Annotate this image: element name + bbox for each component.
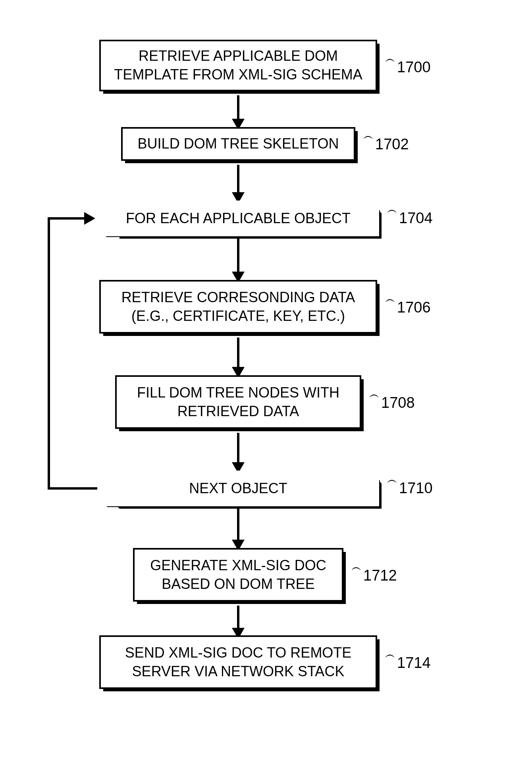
node-1704: FOR EACH APPLICABLE OBJECT (97, 201, 379, 236)
node-1700: RETRIEVE APPLICABLE DOM TEMPLATE FROM XM… (99, 40, 377, 91)
node-1714-label: 1714 (397, 654, 431, 671)
label-curve: ⌒ (369, 391, 379, 415)
label-curve: ⌒ (385, 651, 395, 675)
label-curve: ⌒ (363, 133, 373, 156)
loopback-line-h1 (48, 487, 97, 490)
node-1710-label: 1710 (399, 480, 433, 497)
arrow (237, 95, 239, 119)
loopback-line-v (48, 217, 50, 490)
node-1708-label: 1708 (381, 394, 415, 411)
label-curve: ⌒ (385, 296, 395, 319)
node-1704-text: FOR EACH APPLICABLE OBJECT (126, 209, 351, 228)
node-1702-label: 1702 (375, 136, 409, 153)
label-curve: ⌒ (385, 56, 395, 79)
node-1700-label: 1700 (397, 59, 431, 76)
node-1708: FILL DOM TREE NODES WITH RETRIEVED DATA (115, 375, 361, 429)
flowchart: RETRIEVE APPLICABLE DOM TEMPLATE FROM XM… (0, 0, 532, 764)
label-curve: ⌒ (387, 477, 397, 500)
loopback-line-h2 (48, 217, 85, 220)
node-1706-label: 1706 (397, 299, 431, 316)
node-1710: NEXT OBJECT (97, 471, 379, 506)
label-curve: ⌒ (351, 564, 361, 587)
arrow (237, 338, 239, 367)
node-1710-text: NEXT OBJECT (189, 479, 287, 498)
node-1706: RETRIEVE CORRESONDING DATA (E.G., CERTIF… (99, 280, 377, 334)
node-1712: GENERATE XML-SIG DOC BASED ON DOM TREE (133, 548, 343, 602)
node-1714: SEND XML-SIG DOC TO REMOTE SERVER VIA NE… (99, 635, 377, 689)
node-1700-text: RETRIEVE APPLICABLE DOM TEMPLATE FROM XM… (110, 47, 366, 84)
node-1714-text: SEND XML-SIG DOC TO REMOTE SERVER VIA NE… (110, 644, 366, 681)
node-1702-text: BUILD DOM TREE SKELETON (138, 135, 339, 153)
node-1712-text: GENERATE XML-SIG DOC BASED ON DOM TREE (144, 556, 332, 594)
arrow (237, 508, 239, 540)
arrow (237, 606, 239, 628)
loopback-arrow-head (87, 214, 95, 223)
node-1712-label: 1712 (363, 567, 397, 584)
node-1708-text: FILL DOM TREE NODES WITH RETRIEVED DATA (126, 384, 350, 421)
arrow (237, 165, 239, 193)
node-1702: BUILD DOM TREE SKELETON (121, 127, 355, 161)
arrow (237, 433, 239, 463)
label-curve: ⌒ (387, 206, 397, 230)
node-1704-label: 1704 (399, 210, 433, 227)
node-1706-text: RETRIEVE CORRESONDING DATA (E.G., CERTIF… (110, 288, 366, 326)
arrow (237, 238, 239, 272)
